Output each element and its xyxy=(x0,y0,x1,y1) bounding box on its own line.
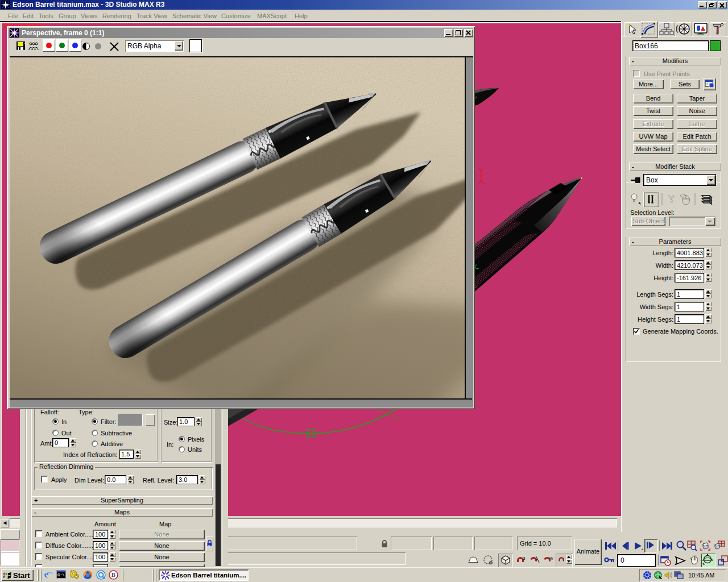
svg-text:3: 3 xyxy=(523,556,526,561)
svg-text:%: % xyxy=(549,556,553,561)
svg-text:B: B xyxy=(111,572,115,578)
